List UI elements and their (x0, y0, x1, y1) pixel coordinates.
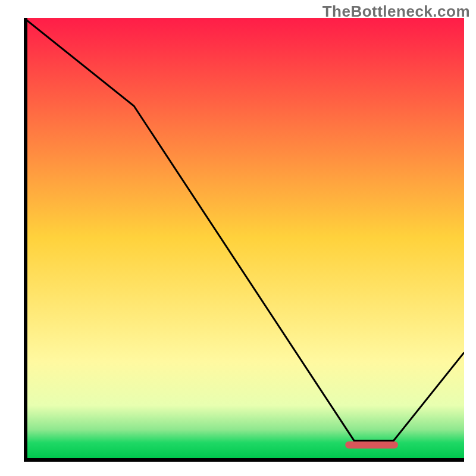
target-range-marker (345, 441, 398, 449)
chart-frame: TheBottleneck.com (0, 0, 476, 476)
x-axis (24, 458, 464, 462)
watermark-text: TheBottleneck.com (322, 2, 470, 21)
plot-area (24, 18, 464, 458)
y-axis (24, 18, 27, 458)
chart-svg (24, 18, 464, 458)
gradient-rect (24, 18, 464, 458)
